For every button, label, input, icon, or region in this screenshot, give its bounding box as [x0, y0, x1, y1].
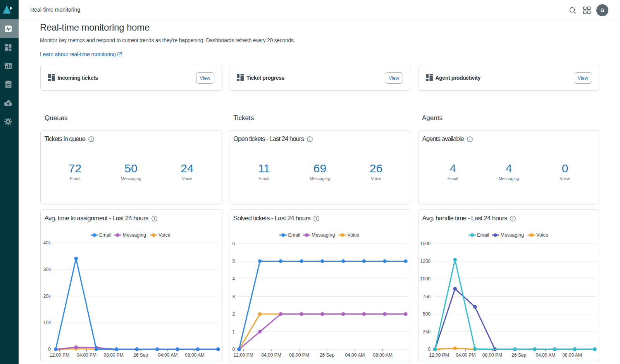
svg-text:26 Sep: 26 Sep: [512, 352, 526, 358]
svg-text:04:00 PM: 04:00 PM: [456, 352, 475, 358]
svg-text:08:00 AM: 08:00 AM: [185, 352, 205, 358]
svg-text:1500: 1500: [420, 241, 431, 246]
svg-text:5: 5: [232, 259, 235, 264]
svg-text:3: 3: [232, 294, 235, 299]
svg-text:08:00 PM: 08:00 PM: [103, 352, 123, 358]
svg-text:04:00 AM: 04:00 AM: [345, 352, 365, 358]
svg-text:08:00 AM: 08:00 AM: [562, 352, 582, 358]
svg-text:04:00 PM: 04:00 PM: [76, 352, 96, 358]
svg-text:30k: 30k: [43, 267, 51, 272]
svg-text:08:00 AM: 08:00 AM: [373, 352, 393, 358]
svg-text:20k: 20k: [43, 294, 51, 299]
svg-text:0: 0: [48, 347, 51, 352]
svg-text:10k: 10k: [43, 320, 51, 325]
svg-text:750: 750: [422, 294, 430, 299]
svg-text:6: 6: [232, 241, 235, 246]
svg-text:500: 500: [422, 311, 430, 317]
svg-text:04:00 AM: 04:00 AM: [158, 352, 177, 358]
svg-text:08:00 PM: 08:00 PM: [482, 352, 502, 358]
svg-text:0: 0: [232, 347, 235, 352]
svg-text:04:00 PM: 04:00 PM: [261, 352, 281, 358]
svg-text:26 Sep: 26 Sep: [320, 352, 334, 358]
svg-text:2: 2: [232, 311, 235, 317]
svg-text:08:00 PM: 08:00 PM: [289, 352, 309, 358]
svg-text:12:00 PM: 12:00 PM: [429, 352, 449, 358]
svg-text:1250: 1250: [420, 259, 431, 264]
svg-text:1: 1: [232, 329, 235, 335]
svg-text:26 Sep: 26 Sep: [133, 352, 148, 358]
svg-text:04:00 AM: 04:00 AM: [536, 352, 555, 358]
svg-text:40k: 40k: [43, 240, 51, 246]
svg-text:12:00 PM: 12:00 PM: [49, 352, 69, 358]
svg-text:1000: 1000: [420, 276, 431, 282]
svg-text:12:00 PM: 12:00 PM: [234, 352, 253, 358]
svg-text:4: 4: [232, 276, 235, 282]
svg-text:0: 0: [428, 347, 431, 352]
svg-text:250: 250: [422, 329, 430, 335]
